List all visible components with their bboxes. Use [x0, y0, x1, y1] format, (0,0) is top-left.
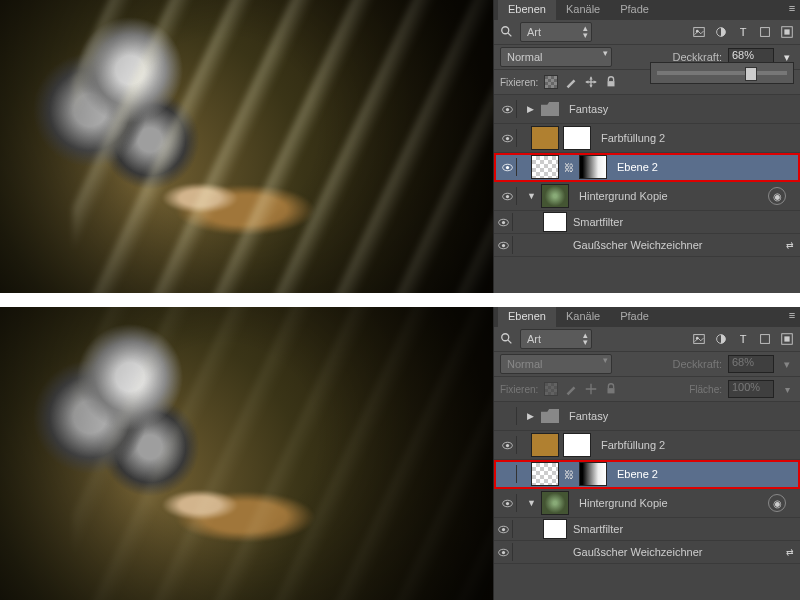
- tab-channels[interactable]: Kanäle: [556, 307, 610, 327]
- link-icon[interactable]: ⛓: [563, 157, 575, 177]
- visibility-toggle[interactable]: [498, 100, 517, 118]
- filter-pixel-icon[interactable]: [692, 332, 706, 346]
- layer-row-selected[interactable]: ⛓ Ebene 2: [494, 460, 800, 489]
- layer-name[interactable]: Hintergrund Kopie: [579, 190, 668, 202]
- filter-smart-icon[interactable]: [780, 332, 794, 346]
- filter-type-label: Art: [527, 333, 541, 345]
- filter-type-icon[interactable]: T: [736, 25, 750, 39]
- layer-name[interactable]: Farbfüllung 2: [601, 439, 665, 451]
- layer-row-group[interactable]: ▶ Fantasy: [494, 95, 800, 124]
- filter-type-icon[interactable]: T: [736, 332, 750, 346]
- filter-adjust-icon[interactable]: [714, 332, 728, 346]
- mask-thumbnail[interactable]: [579, 155, 607, 179]
- disclosure-triangle-icon[interactable]: ▼: [527, 498, 537, 508]
- chevron-down-icon: ▾: [780, 357, 794, 371]
- filter-smart-icon[interactable]: [780, 25, 794, 39]
- visibility-toggle[interactable]: [498, 465, 517, 483]
- svg-point-0: [502, 27, 509, 34]
- filter-pixel-icon[interactable]: [692, 25, 706, 39]
- layer-row-fill[interactable]: Farbfüllung 2: [494, 124, 800, 153]
- slider-track[interactable]: [657, 71, 787, 75]
- smartfilter-row[interactable]: Smartfilter: [494, 211, 800, 234]
- layer-name[interactable]: Fantasy: [569, 410, 608, 422]
- filter-mask-thumbnail[interactable]: [543, 212, 567, 232]
- panel-menu-icon[interactable]: ≡: [784, 0, 800, 20]
- svg-point-12: [505, 136, 508, 139]
- lock-row: Fixieren: Fläche: 100% ▾: [494, 377, 800, 402]
- filter-blend-options-icon[interactable]: ⇄: [786, 240, 794, 250]
- layer-row-fill[interactable]: Farbfüllung 2: [494, 431, 800, 460]
- layer-name[interactable]: Ebene 2: [617, 161, 658, 173]
- layers-panel-bottom: Ebenen Kanäle Pfade ≡ Art ▴▾ T Normal ▾: [493, 307, 800, 600]
- layer-name[interactable]: Fantasy: [569, 103, 608, 115]
- chevron-updown-icon: ▴▾: [583, 332, 588, 346]
- filter-shape-icon[interactable]: [758, 25, 772, 39]
- layer-name[interactable]: Hintergrund Kopie: [579, 497, 668, 509]
- visibility-toggle[interactable]: [498, 187, 517, 205]
- layer-thumbnail[interactable]: [531, 462, 559, 486]
- opacity-slider-popup[interactable]: [650, 62, 794, 84]
- layer-thumbnail[interactable]: [541, 184, 569, 208]
- layer-thumbnail[interactable]: [541, 491, 569, 515]
- layer-name[interactable]: Ebene 2: [617, 468, 658, 480]
- visibility-toggle[interactable]: [498, 129, 517, 147]
- disclosure-triangle-icon[interactable]: ▶: [527, 104, 537, 114]
- canvas-preview-top: [0, 0, 493, 293]
- tab-channels[interactable]: Kanäle: [556, 0, 610, 20]
- mask-thumbnail[interactable]: [563, 433, 591, 457]
- layer-thumbnail[interactable]: [531, 126, 559, 150]
- lock-transparent-icon[interactable]: [544, 75, 558, 89]
- layer-row-group[interactable]: ▶ Fantasy: [494, 402, 800, 431]
- filter-row-gauss[interactable]: Gaußscher Weichzeichner ⇄: [494, 541, 800, 564]
- filter-row-gauss[interactable]: Gaußscher Weichzeichner ⇄: [494, 234, 800, 257]
- svg-point-10: [505, 107, 508, 110]
- smart-object-icon: ◉: [768, 494, 786, 512]
- slider-thumb[interactable]: [745, 67, 757, 81]
- filter-type-select[interactable]: Art ▴▾: [520, 329, 592, 349]
- layer-thumbnail[interactable]: [531, 155, 559, 179]
- mask-thumbnail[interactable]: [579, 462, 607, 486]
- tab-layers[interactable]: Ebenen: [498, 0, 556, 20]
- visibility-toggle[interactable]: [498, 494, 517, 512]
- mask-thumbnail[interactable]: [563, 126, 591, 150]
- tab-layers[interactable]: Ebenen: [498, 307, 556, 327]
- filter-adjust-icon[interactable]: [714, 25, 728, 39]
- tab-paths[interactable]: Pfade: [610, 307, 659, 327]
- visibility-toggle[interactable]: [498, 436, 517, 454]
- opacity-field: 68%: [728, 355, 774, 373]
- panel-menu-icon[interactable]: ≡: [784, 307, 800, 327]
- filter-shape-icon[interactable]: [758, 332, 772, 346]
- blend-mode-select[interactable]: Normal ▾: [500, 47, 612, 67]
- visibility-toggle[interactable]: [498, 158, 517, 176]
- filter-name[interactable]: Gaußscher Weichzeichner: [573, 239, 702, 251]
- disclosure-triangle-icon[interactable]: ▼: [527, 191, 537, 201]
- filter-blend-options-icon[interactable]: ⇄: [786, 547, 794, 557]
- opacity-label: Deckkraft:: [672, 358, 722, 370]
- layer-row-bgcopy[interactable]: ▼ Hintergrund Kopie ◉: [494, 182, 800, 211]
- visibility-toggle[interactable]: [498, 407, 517, 425]
- lock-all-icon[interactable]: [604, 75, 618, 89]
- tab-paths[interactable]: Pfade: [610, 0, 659, 20]
- lock-pixels-icon[interactable]: [564, 75, 578, 89]
- chevron-down-icon: ▾: [603, 357, 608, 364]
- visibility-toggle[interactable]: [494, 520, 513, 538]
- disclosure-triangle-icon[interactable]: ▶: [527, 411, 537, 421]
- svg-point-21: [502, 334, 509, 341]
- chevron-down-icon: ▾: [780, 382, 794, 396]
- link-icon[interactable]: ⛓: [563, 464, 575, 484]
- filter-type-select[interactable]: Art ▴▾: [520, 22, 592, 42]
- svg-line-1: [508, 33, 512, 37]
- layer-thumbnail[interactable]: [531, 433, 559, 457]
- filter-mask-thumbnail[interactable]: [543, 519, 567, 539]
- filter-name[interactable]: Gaußscher Weichzeichner: [573, 546, 702, 558]
- layer-name[interactable]: Farbfüllung 2: [601, 132, 665, 144]
- layer-row-bgcopy[interactable]: ▼ Hintergrund Kopie ◉: [494, 489, 800, 518]
- svg-point-37: [501, 550, 504, 553]
- svg-rect-7: [784, 29, 789, 34]
- visibility-toggle[interactable]: [494, 236, 513, 254]
- visibility-toggle[interactable]: [494, 543, 513, 561]
- lock-position-icon[interactable]: [584, 75, 598, 89]
- visibility-toggle[interactable]: [494, 213, 513, 231]
- layer-row-selected[interactable]: ⛓ Ebene 2: [494, 153, 800, 182]
- smartfilter-row[interactable]: Smartfilter: [494, 518, 800, 541]
